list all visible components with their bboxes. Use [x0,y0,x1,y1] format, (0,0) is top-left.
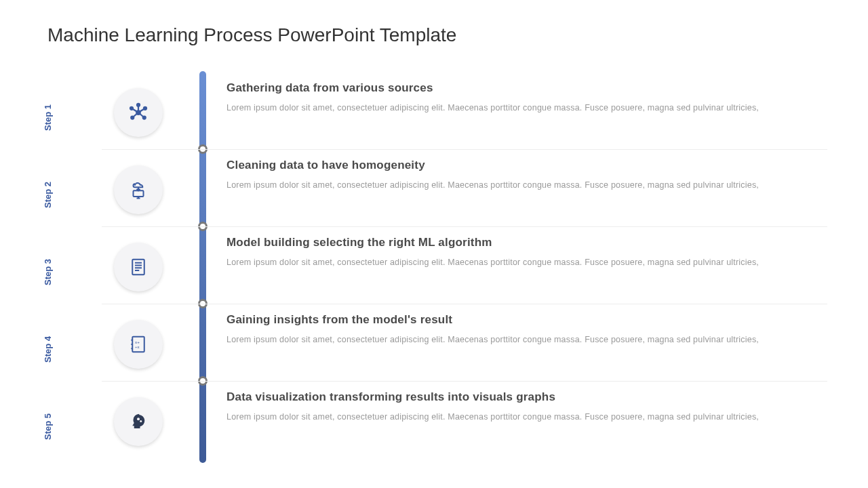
step-description: Lorem ipsum dolor sit amet, consectetuer… [226,102,827,114]
step-content: Gathering data from various sources Lore… [226,81,827,114]
step-description: Lorem ipsum dolor sit amet, consectetuer… [226,256,827,268]
svg-text:÷x: ÷x [135,344,140,349]
step-row-3: Step 3 Model building selecting the righ… [47,228,827,306]
step-content: Model building selecting the right ML al… [226,236,827,268]
step-title: Data visualization transforming results … [226,390,827,404]
document-icon [114,243,163,291]
head-gears-icon [114,397,163,446]
step-title: Gaining insights from the model's result [226,313,827,327]
step-row-5: Step 5 Data visualization transforming r… [47,382,827,460]
step-title: Model building selecting the right ML al… [226,236,827,249]
step-row-4: Step 4 x+ ÷x Gaining insights from the m… [47,305,827,383]
cloud-computer-icon [114,165,163,214]
step-row-1: Step 1 Gathering data from various sourc… [47,73,827,151]
step-title: Gathering data from various sources [226,81,827,95]
step-row-2: Step 2 Cleaning data to have homogeneity… [47,150,827,228]
svg-line-9 [138,113,144,118]
math-book-icon: x+ ÷x [114,320,163,369]
step-content: Gaining insights from the model's result… [226,313,827,346]
svg-point-26 [137,418,140,420]
svg-rect-15 [132,259,144,274]
step-description: Lorem ipsum dolor sit amet, consectetuer… [226,333,827,346]
page-title: Machine Learning Process PowerPoint Temp… [47,24,456,46]
svg-text:x+: x+ [135,339,140,344]
step-content: Cleaning data to have homogeneity Lorem … [226,159,827,191]
step-description: Lorem ipsum dolor sit amet, consectetuer… [226,179,827,191]
svg-line-8 [132,113,138,118]
step-description: Lorem ipsum dolor sit amet, consectetuer… [226,411,827,423]
step-title: Cleaning data to have homogeneity [226,159,827,172]
step-content: Data visualization transforming results … [226,390,827,423]
network-icon [114,88,163,137]
svg-point-27 [140,420,142,422]
